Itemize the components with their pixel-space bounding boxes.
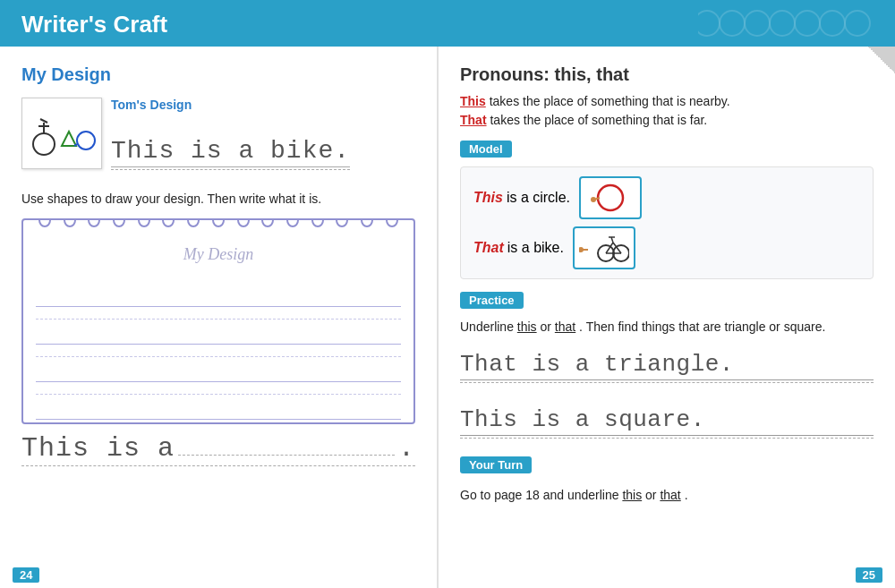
model-bike-image <box>573 226 635 269</box>
bottom-dotted-line <box>178 455 395 456</box>
header: Writer's Craft <box>0 0 895 47</box>
that-word: That <box>460 113 487 127</box>
notebook-line <box>36 395 401 420</box>
practice-write-area-1: That is a triangle. <box>460 345 874 388</box>
practice-this: this <box>517 320 537 334</box>
notebook-lines <box>23 273 413 424</box>
ring <box>261 218 274 227</box>
sketch-drawing <box>28 107 96 160</box>
model-box: This is a circle. That is a bike. <box>460 166 874 279</box>
model-sentence2-rest: is a bike. <box>507 240 564 256</box>
ring <box>113 218 125 227</box>
practice-dashed-1 <box>460 382 874 383</box>
notebook-line <box>36 357 401 382</box>
svg-point-2 <box>745 11 770 36</box>
left-page: My Design <box>0 47 439 588</box>
ring <box>38 218 51 227</box>
bottom-write-area: This is a . <box>21 433 415 466</box>
notebook-line-dashed <box>36 382 401 395</box>
svg-point-4 <box>795 11 820 36</box>
yourturn-this: this <box>622 488 642 502</box>
yourturn-badge: Your Turn <box>460 456 532 473</box>
ring <box>212 218 225 227</box>
yourturn-instruction: Go to page 18 and underline this or that… <box>460 488 874 502</box>
this-word: This <box>460 94 486 108</box>
bottom-sentence-start: This is a <box>21 433 175 464</box>
practice-sentence-2: This is a square. <box>460 406 874 436</box>
svg-point-6 <box>845 11 870 36</box>
svg-point-18 <box>579 247 584 252</box>
model-sentence-1: This is a circle. <box>473 176 860 219</box>
practice-badge: Practice <box>460 292 524 309</box>
practice-instruction-text2: . Then find things that are triangle or … <box>579 320 825 334</box>
ring <box>386 218 398 227</box>
ring <box>187 218 200 227</box>
ring <box>64 218 76 227</box>
yourturn-that: that <box>660 488 680 502</box>
svg-point-7 <box>33 133 55 155</box>
ring <box>311 218 324 227</box>
toms-design-box: Tom's Design This is a bike. <box>21 98 415 175</box>
page-number-right: 25 <box>856 567 882 583</box>
svg-point-3 <box>770 11 795 36</box>
svg-point-14 <box>598 185 623 210</box>
model-sentence1-rest: is a circle. <box>507 190 570 206</box>
ring <box>88 218 100 227</box>
model-sentence-2: That is a bike. <box>473 226 860 269</box>
practice-sentence-1: That is a triangle. <box>460 351 874 380</box>
yourturn-period: . <box>685 488 688 502</box>
svg-point-0 <box>698 11 720 36</box>
toms-content: Tom's Design This is a bike. <box>111 98 350 175</box>
toms-sentence: This is a bike. <box>111 137 350 167</box>
practice-dashed-2 <box>460 438 874 439</box>
practice-that: that <box>555 320 575 334</box>
bottom-period: . <box>398 433 415 464</box>
header-title: Writer's Craft <box>21 11 167 38</box>
bottom-sentence: This is a . <box>21 433 415 464</box>
ring <box>237 218 250 227</box>
ring <box>138 218 150 227</box>
ring <box>361 218 373 227</box>
model-that-word: That <box>473 240 504 256</box>
intro-line2: takes the place of something that is far… <box>490 113 707 127</box>
svg-point-5 <box>820 11 845 36</box>
model-this-word: This <box>473 190 503 206</box>
notebook-line <box>36 282 401 307</box>
practice-instruction-text1: Underline <box>460 320 517 334</box>
pages: My Design <box>0 47 895 588</box>
right-section-title: Pronouns: this, that <box>460 64 874 85</box>
folded-corner <box>868 47 895 73</box>
notebook-title: My Design <box>23 245 413 264</box>
right-page: Pronouns: this, that This takes the plac… <box>439 47 895 588</box>
svg-point-12 <box>77 132 95 149</box>
svg-line-24 <box>611 237 613 243</box>
ring <box>162 218 175 227</box>
intro-line1: takes the place of something that is nea… <box>490 94 730 108</box>
practice-or: or <box>541 320 555 334</box>
sketch-card <box>21 98 102 169</box>
svg-marker-11 <box>62 132 76 146</box>
bike-svg <box>579 232 629 264</box>
left-section-title: My Design <box>21 64 415 85</box>
notebook: My Design <box>21 218 415 424</box>
notebook-rings <box>23 218 413 227</box>
yourturn-or: or <box>645 488 660 502</box>
practice-instruction: Underline this or that . Then find thing… <box>460 318 874 337</box>
svg-point-1 <box>720 11 745 36</box>
notebook-line-dashed <box>36 345 401 357</box>
notebook-line <box>36 320 401 345</box>
svg-point-16 <box>591 197 596 202</box>
svg-line-10 <box>40 119 47 123</box>
model-badge: Model <box>460 141 512 158</box>
circle-svg <box>591 182 630 214</box>
practice-write-area-2: This is a square. <box>460 401 874 444</box>
left-instruction: Use shapes to draw your design. Then wri… <box>21 192 415 206</box>
ring <box>286 218 299 227</box>
ring <box>336 218 348 227</box>
model-circle-image <box>579 176 642 219</box>
page-number-left: 24 <box>13 567 39 583</box>
notebook-line-dashed <box>36 307 401 320</box>
header-decoration <box>698 7 877 39</box>
pronoun-intro: This takes the place of something that i… <box>460 92 874 130</box>
book-container: Writer's Craft My Design <box>0 0 895 588</box>
